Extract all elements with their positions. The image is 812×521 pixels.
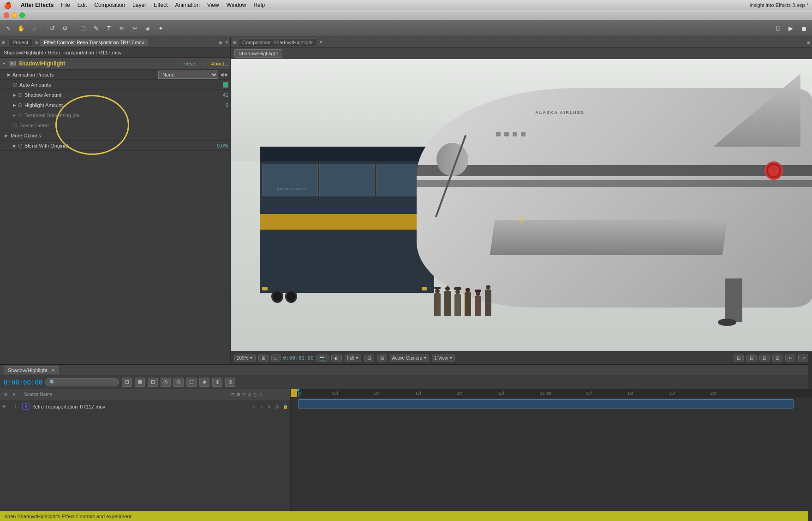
preset-prev[interactable]: ◀ <box>220 72 224 77</box>
tool-extra2[interactable]: ▶ <box>785 24 796 34</box>
layer-num-1: 1 <box>11 404 20 409</box>
layer-row-1[interactable]: 👁 1 B Retro Transportation TR117.mov ☆ ♪… <box>0 400 290 413</box>
tool-rect[interactable]: ☐ <box>78 24 89 34</box>
more-options-triangle[interactable]: ▶ <box>5 133 8 138</box>
menu-layer[interactable]: Layer <box>132 2 146 8</box>
tool-zoom[interactable]: ⌕ <box>29 24 40 34</box>
comp-extra6[interactable]: ↗ <box>798 355 808 361</box>
view-count-dropdown[interactable]: 1 View ▼ <box>432 355 455 361</box>
tool-settings[interactable]: ⚙ <box>60 24 71 34</box>
presets-triangle[interactable]: ▶ <box>7 72 11 77</box>
comp-pixel-btn[interactable]: □ <box>271 355 281 361</box>
menu-effect[interactable]: Effect <box>154 2 167 8</box>
camera-dropdown[interactable]: Active Camera ▼ <box>390 355 430 361</box>
triangle-highlight[interactable]: ▶ <box>13 103 16 107</box>
tool-roto[interactable]: ✦ <box>155 24 166 34</box>
comp-camera-btn[interactable]: 📷 <box>316 355 328 361</box>
more-options-label[interactable]: More Options <box>11 133 41 138</box>
menu-edit[interactable]: Edit <box>78 2 87 8</box>
effect-triangle[interactable]: ▼ <box>2 61 6 66</box>
comp-channels-btn[interactable]: ⊟ <box>364 355 374 361</box>
stopwatch-blend[interactable]: ◷ <box>18 142 23 148</box>
stopwatch-auto-amounts[interactable]: ◷ <box>13 82 18 88</box>
lc-fx[interactable]: fx <box>266 403 273 410</box>
comp-menu-btn[interactable]: ≡ <box>807 39 810 46</box>
tl-btn-4[interactable]: ◎ <box>161 378 171 387</box>
comp-extra3[interactable]: ⊡ <box>759 355 770 361</box>
stopwatch-highlight[interactable]: ◷ <box>18 102 23 108</box>
maximize-button[interactable] <box>19 12 25 18</box>
tl-btn-2[interactable]: ⊠ <box>135 378 145 387</box>
preset-next[interactable]: ▶ <box>225 72 228 77</box>
param-value-shadow[interactable]: 41 <box>210 92 228 98</box>
presets-dropdown[interactable]: None <box>158 71 218 79</box>
comp-extra1[interactable]: ⊡ <box>734 355 744 361</box>
layer-info: Shadow/Highlight • Retro Transportation … <box>0 48 230 58</box>
comp-extra2[interactable]: ⊡ <box>746 355 757 361</box>
lc-solo[interactable]: ☆ <box>251 403 257 410</box>
tool-eraser[interactable]: ◈ <box>142 24 153 34</box>
tool-extra1[interactable]: ⊡ <box>772 24 783 34</box>
minimize-button[interactable] <box>12 12 17 18</box>
tool-type[interactable]: T <box>103 24 114 34</box>
tl-btn-1[interactable]: ⊟ <box>122 378 132 387</box>
close-button[interactable] <box>4 12 9 18</box>
scene-image: MCKINLEY HOTEL <box>231 59 812 351</box>
comp-resolution-btn[interactable]: ⊞ <box>377 355 387 361</box>
tool-hand[interactable]: ✋ <box>16 24 27 34</box>
tool-brush[interactable]: ✏ <box>116 24 127 34</box>
person-2 <box>444 291 451 316</box>
comp-name-btn[interactable]: Shadow/Highlight <box>234 49 282 58</box>
timeline-tab-comp[interactable]: Shadow/Highlight ✕ <box>4 366 59 374</box>
lc-motion-blur[interactable]: ◎ <box>274 403 281 410</box>
tl-btn-3[interactable]: ⊡ <box>148 378 158 387</box>
tool-extra3[interactable]: ◼ <box>798 24 809 34</box>
tab-project[interactable]: Project <box>8 38 32 46</box>
menu-file[interactable]: File <box>61 2 70 8</box>
menu-composition[interactable]: Composition <box>94 2 125 8</box>
tl-btn-9[interactable]: ⊗ <box>225 378 235 387</box>
tool-pen[interactable]: ✎ <box>90 24 102 34</box>
param-value-blend[interactable]: 0.0% <box>210 143 228 148</box>
zoom-dropdown[interactable]: 100% ▼ <box>234 355 256 361</box>
stopwatch-shadow[interactable]: ◷ <box>18 92 23 98</box>
layer-visibility-icon[interactable]: 👁 <box>2 404 9 409</box>
comp-grid-btn[interactable]: ⊞ <box>258 355 269 361</box>
quality-dropdown[interactable]: Full ▼ <box>345 355 361 361</box>
tl-btn-5[interactable]: ◷ <box>173 378 184 387</box>
timeline-search[interactable] <box>45 378 119 386</box>
comp-extra5[interactable]: ↩ <box>785 355 795 361</box>
comp-tab-close[interactable]: ✕ <box>319 39 323 45</box>
tl-btn-6[interactable]: ⬡ <box>186 378 197 387</box>
effect-reset-btn[interactable]: Reset <box>183 61 197 66</box>
tl-btn-8[interactable]: ⊕ <box>212 378 222 387</box>
timeline-close-btn[interactable]: ✕ <box>51 367 55 373</box>
checkbox-auto-amounts[interactable] <box>223 82 228 88</box>
param-value-highlight[interactable]: 0 <box>210 102 228 108</box>
menu-window[interactable]: Window <box>227 2 246 8</box>
person-3 <box>454 294 461 316</box>
tool-select[interactable]: ↖ <box>3 24 14 34</box>
triangle-shadow[interactable]: ▶ <box>13 93 16 97</box>
tl-btn-7[interactable]: ◈ <box>199 378 209 387</box>
tab-effect-controls[interactable]: Effect Controls: Retro Transportation TR… <box>40 39 148 46</box>
panel-close-btn[interactable]: ✕ <box>225 40 228 45</box>
tl-col-header-source: Source Name <box>24 392 231 397</box>
panel-menu-btn[interactable]: ≡ <box>219 39 222 46</box>
comp-view[interactable]: MCKINLEY HOTEL <box>231 59 812 351</box>
lc-audio[interactable]: ♪ <box>258 403 265 410</box>
triangle-blend[interactable]: ▶ <box>13 143 16 148</box>
tool-clone[interactable]: ✂ <box>129 24 140 34</box>
menu-help[interactable]: Help <box>253 2 265 8</box>
menu-view[interactable]: View <box>207 2 219 8</box>
comp-exposure-btn[interactable]: ◐ <box>331 355 342 361</box>
tool-undo[interactable]: ↺ <box>47 24 58 34</box>
lc-lock[interactable]: 🔒 <box>282 403 288 410</box>
comp-extra4[interactable]: ⊡ <box>772 355 782 361</box>
apple-menu[interactable]: 🍎 <box>4 1 12 9</box>
effect-about-btn[interactable]: About... <box>211 61 228 66</box>
param-name-scene: Scene Detect <box>19 123 228 128</box>
effect-params-scroll[interactable]: ▶ Animation Presets None ◀ ▶ ◷ Auto Amou… <box>0 70 230 364</box>
layer-bar-1[interactable] <box>298 399 794 409</box>
menu-animation[interactable]: Animation <box>175 2 200 8</box>
